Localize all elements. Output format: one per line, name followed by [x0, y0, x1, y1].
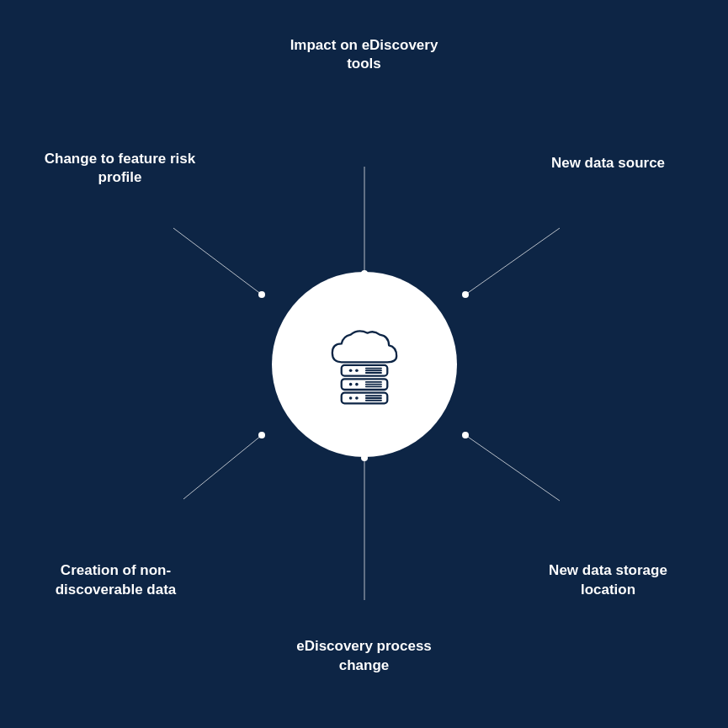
svg-point-7 — [462, 291, 469, 298]
svg-point-11 — [258, 291, 265, 298]
svg-point-25 — [348, 396, 352, 400]
svg-point-14 — [355, 369, 359, 372]
svg-point-13 — [348, 369, 352, 372]
svg-line-4 — [183, 435, 262, 499]
svg-point-20 — [355, 382, 359, 385]
svg-line-2 — [465, 435, 560, 501]
svg-line-1 — [465, 228, 560, 295]
svg-point-26 — [355, 396, 359, 400]
diagram-container: Impact on eDiscovery tools New data sour… — [19, 19, 709, 709]
svg-point-8 — [462, 432, 469, 438]
svg-point-10 — [258, 432, 265, 438]
svg-point-19 — [348, 382, 352, 385]
cloud-database-icon — [318, 322, 411, 407]
svg-line-5 — [173, 228, 262, 295]
center-icon-circle — [272, 272, 457, 457]
